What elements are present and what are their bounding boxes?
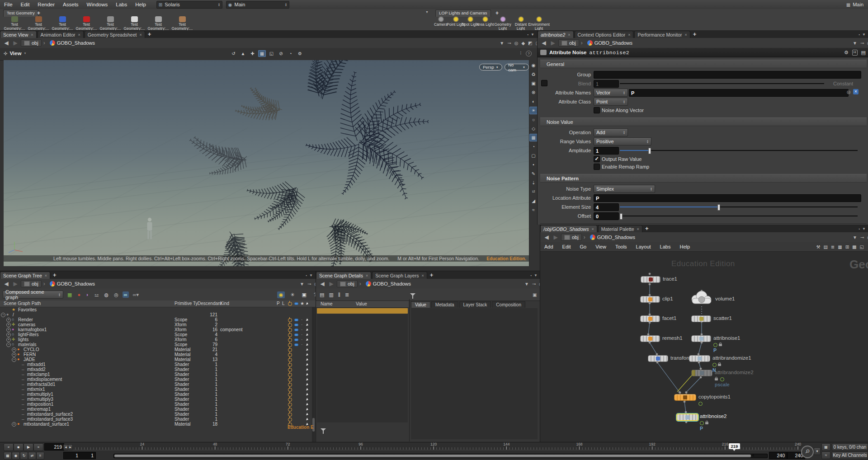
forward-icon[interactable]: ▶ — [12, 281, 19, 287]
parm-tab-2[interactable]: Context Options Editor× — [575, 31, 634, 38]
tree-row-mtlxmultiply1[interactable]: –mtlxmultiply1Shader1 — [0, 392, 316, 397]
network-new-tab[interactable]: + — [645, 225, 649, 232]
parm-field-location-attribute[interactable]: P — [594, 194, 861, 202]
shelf-add-tab[interactable]: + — [37, 10, 40, 16]
netmenu-layout[interactable]: Layout — [632, 243, 655, 250]
section-general[interactable]: General — [540, 60, 867, 68]
power-flag[interactable] — [288, 368, 292, 372]
keyframe-colors-icon[interactable]: ▦ — [821, 443, 830, 451]
menu-help[interactable]: Help — [131, 1, 150, 8]
scene-new-tab[interactable]: + — [148, 31, 151, 38]
shelf-tool-test-geometry[interactable]: TestGeometry:... — [123, 16, 146, 31]
back-icon[interactable]: ◀ — [319, 281, 326, 287]
shaded-mode-icon[interactable]: ◆ — [521, 41, 525, 46]
parm-tab-3[interactable]: Performance Monitor× — [634, 31, 690, 38]
desktop-selector[interactable]: ⊞ Solaris ▲▼ — [156, 1, 222, 9]
checkbox-noise-along-vector[interactable] — [594, 107, 600, 113]
point-display-icon[interactable]: • — [529, 161, 538, 169]
netmenu-view[interactable]: View — [591, 243, 610, 250]
light-off-icon[interactable]: ⊗ — [529, 89, 538, 96]
menu-windows[interactable]: Windows — [83, 1, 112, 8]
key-menu-icon[interactable]: ▾ — [814, 447, 821, 455]
scene-tab-3[interactable]: Geometry Spreadsheet× — [85, 31, 145, 38]
node-chip[interactable]: GOBO_Shadows — [587, 234, 638, 240]
close-icon[interactable]: × — [31, 33, 33, 37]
camera-persp-menu[interactable]: Persp▼ — [479, 64, 502, 70]
cursor-flag[interactable] — [306, 408, 309, 411]
close-icon[interactable]: × — [366, 273, 368, 278]
view-tab-composition[interactable]: Composition — [492, 301, 525, 308]
network-canvas[interactable]: Education Edition Geometry trace1clip1vo… — [540, 252, 868, 442]
play-button[interactable]: ▶ — [24, 443, 33, 451]
mask-icon[interactable]: ◗ — [85, 291, 90, 298]
realtime-icon[interactable]: ◉ — [12, 452, 20, 460]
headlight-icon[interactable]: ◐ — [529, 98, 538, 105]
globe-icon[interactable]: ◉ — [277, 291, 285, 298]
power-flag[interactable] — [288, 403, 292, 407]
cursor-flag[interactable] — [306, 388, 309, 391]
cursor-flag[interactable] — [306, 383, 309, 386]
gear-star-icon[interactable]: ✳ — [288, 291, 296, 298]
view-tab-layer-stack[interactable]: Layer Stack — [459, 301, 491, 308]
tree-flag-header[interactable]: P — [277, 301, 280, 306]
slider-handle[interactable] — [648, 148, 651, 154]
network-editor-pane[interactable]: /obj/GOBO_Shadows×Material Palette×+▪▼ ◀… — [540, 225, 868, 442]
expand-icon[interactable]: + — [12, 352, 16, 357]
current-frame-field[interactable]: 219 — [44, 443, 64, 451]
power-flag[interactable] — [288, 358, 292, 362]
tree-row-lightFilters[interactable]: +○lightFiltersScope4· — [0, 332, 316, 337]
power-flag[interactable] — [288, 333, 292, 337]
render-view-icon[interactable]: ◔ — [287, 50, 294, 57]
parm-new-tab[interactable]: + — [693, 31, 697, 38]
node-attribrandomize1[interactable] — [689, 355, 710, 362]
cursor-flag[interactable] — [306, 353, 309, 356]
split-view-icon[interactable]: ⫼ — [337, 292, 341, 298]
sweep2-icon[interactable]: ≈ — [529, 206, 538, 214]
tree-row-mtlxadd2[interactable]: –mtlxadd2Shader1 — [0, 367, 316, 372]
tree-row-mtlxfractal3d1[interactable]: –mtlxfractal3d1Shader1 — [0, 382, 316, 387]
wrench-icon[interactable]: ⚒ — [816, 244, 820, 249]
close-icon[interactable]: × — [421, 273, 424, 278]
section-noise-value[interactable]: Noise Value — [540, 117, 867, 126]
close-icon[interactable]: × — [78, 33, 80, 37]
material-mode-icon[interactable]: ▦ — [529, 134, 538, 141]
context-chip[interactable]: obj — [561, 234, 582, 241]
node-chip[interactable]: GOBO_Shadows — [363, 281, 414, 287]
parm-field-amplitude[interactable]: 1 — [594, 147, 619, 155]
netmenu-help[interactable]: Help — [675, 243, 694, 250]
context-chip[interactable]: obj — [337, 280, 358, 287]
snap-icon[interactable]: ⊞ — [845, 244, 849, 249]
lock-icon[interactable]: ▣ — [529, 80, 538, 87]
details-column-name[interactable]: Name — [321, 301, 333, 306]
expand-icon[interactable]: + — [6, 333, 11, 337]
power-flag[interactable] — [288, 413, 292, 417]
power-flag[interactable] — [288, 318, 292, 322]
back-icon[interactable]: ◀ — [3, 281, 10, 287]
cursor-flag[interactable] — [306, 393, 309, 396]
rows-icon[interactable]: ≣ — [344, 292, 350, 298]
details-new-tab[interactable]: + — [430, 272, 434, 279]
list-icon[interactable]: ≣ — [831, 244, 835, 249]
shelf-tool-test-geometry[interactable]: TestGeometry:... — [75, 16, 98, 31]
visibility-flag[interactable] — [294, 329, 298, 331]
cursor-flag[interactable] — [306, 323, 309, 326]
tree-row-mtlxremap1[interactable]: –mtlxremap1Shader1 — [0, 407, 316, 412]
parm-field-offset[interactable]: 0 — [594, 212, 619, 220]
pen-icon[interactable]: ✎ — [529, 170, 538, 178]
node-attribnoise2[interactable] — [676, 413, 698, 421]
parm-dropdown-operation[interactable]: Add▲▼ — [594, 128, 628, 136]
keys-count-button[interactable]: 0 keys, 0/0 chan — [832, 443, 868, 451]
menu-edit[interactable]: Edit — [17, 1, 34, 8]
tree-row-mtlxposition1[interactable]: –mtlxposition1Shader1 — [0, 402, 316, 407]
cursor-flag[interactable] — [306, 318, 309, 321]
filter-icon[interactable] — [410, 293, 415, 296]
slider-handle[interactable] — [717, 204, 720, 211]
netmenu-labs[interactable]: Labs — [656, 243, 675, 250]
range-icon[interactable]: ⇄ — [28, 452, 36, 460]
move-tool-icon[interactable]: ✚ — [249, 50, 256, 57]
details-tab-1[interactable]: Scene Graph Details× — [316, 272, 371, 279]
close-icon[interactable]: × — [139, 33, 142, 37]
tree-column-header[interactable]: Descendant — [198, 301, 222, 306]
stop-icon[interactable]: ● — [76, 291, 82, 298]
parm-dropdown-attribute-class[interactable]: Point▲▼ — [594, 98, 628, 106]
